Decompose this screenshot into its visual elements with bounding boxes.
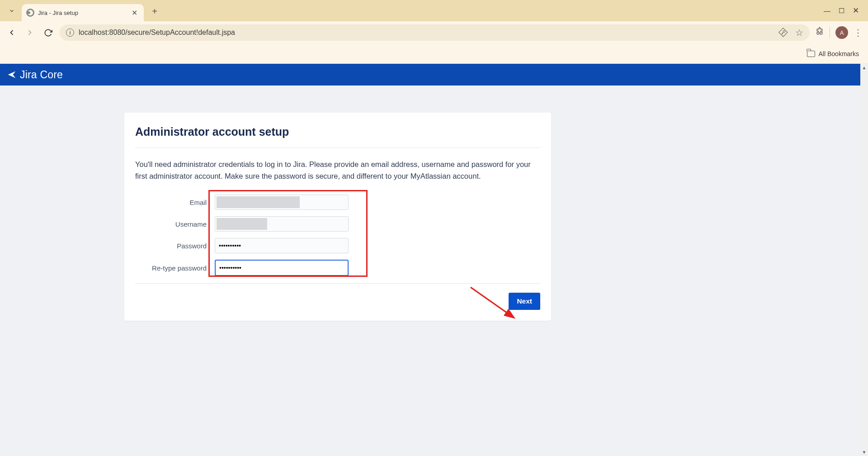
page-description: You'll need administrator credentials to…: [135, 159, 540, 182]
password-row: Password: [135, 238, 540, 253]
all-bookmarks-label: All Bookmarks: [819, 50, 859, 57]
page-title: Administrator account setup: [135, 125, 540, 138]
window-maximize-button[interactable]: ☐: [839, 7, 844, 15]
tab-close-button[interactable]: ✕: [130, 8, 139, 18]
retype-password-field[interactable]: [215, 260, 349, 276]
password-label: Password: [135, 242, 215, 250]
retype-password-row: Re-type password: [135, 260, 540, 276]
tab-search-dropdown[interactable]: [4, 3, 20, 19]
form-actions: Next: [135, 293, 540, 310]
window-minimize-button[interactable]: ―: [824, 7, 830, 14]
username-row: Username: [135, 216, 540, 232]
divider: [135, 147, 540, 148]
next-button[interactable]: Next: [509, 293, 540, 310]
browser-toolbar: i localhost:8080/secure/SetupAccount!def…: [0, 21, 868, 44]
email-field[interactable]: [215, 195, 349, 210]
forward-button[interactable]: [24, 26, 36, 39]
scrollbar-up-icon[interactable]: ▲: [860, 64, 868, 71]
password-key-icon[interactable]: ⚿: [777, 26, 789, 39]
email-label: Email: [135, 199, 215, 206]
reload-button[interactable]: [42, 26, 54, 39]
profile-avatar[interactable]: A: [835, 26, 848, 39]
site-info-icon[interactable]: i: [66, 28, 74, 37]
extensions-icon[interactable]: [815, 27, 824, 38]
bookmarks-bar: All Bookmarks: [0, 44, 868, 64]
back-button[interactable]: [5, 26, 18, 39]
browser-tab-strip: Jira - Jira setup ✕ + ― ☐ ✕: [0, 0, 868, 21]
admin-setup-form: Email Username Password Re-type password: [135, 195, 540, 276]
browser-tab-active[interactable]: Jira - Jira setup ✕: [22, 4, 144, 21]
browser-menu-button[interactable]: ⋮: [854, 27, 863, 38]
username-label: Username: [135, 220, 215, 228]
address-bar[interactable]: i localhost:8080/secure/SetupAccount!def…: [60, 24, 810, 41]
tab-title: Jira - Jira setup: [38, 10, 126, 16]
folder-icon: [807, 51, 815, 57]
page-viewport: Jira Core Administrator account setup Yo…: [0, 64, 868, 456]
all-bookmarks-button[interactable]: All Bookmarks: [807, 50, 859, 57]
email-row: Email: [135, 195, 540, 210]
globe-icon: [26, 9, 34, 17]
vertical-scrollbar[interactable]: ▲ ▼: [860, 64, 868, 456]
footer-divider: [135, 283, 540, 284]
scrollbar-down-icon[interactable]: ▼: [860, 448, 868, 456]
jira-logo[interactable]: Jira Core: [7, 69, 63, 81]
username-field[interactable]: [215, 216, 349, 232]
password-field[interactable]: [215, 238, 349, 253]
url-text: localhost:8080/secure/SetupAccount!defau…: [79, 28, 235, 37]
bookmark-star-icon[interactable]: ☆: [795, 27, 803, 38]
app-header: Jira Core: [0, 64, 868, 86]
setup-card: Administrator account setup You'll need …: [124, 113, 551, 321]
toolbar-divider: [830, 27, 830, 38]
window-close-button[interactable]: ✕: [853, 6, 859, 15]
paper-plane-icon: [7, 70, 16, 79]
product-name: Jira Core: [20, 69, 63, 81]
retype-password-label: Re-type password: [135, 264, 215, 272]
new-tab-button[interactable]: +: [146, 3, 163, 19]
window-controls: ― ☐ ✕: [824, 0, 868, 21]
